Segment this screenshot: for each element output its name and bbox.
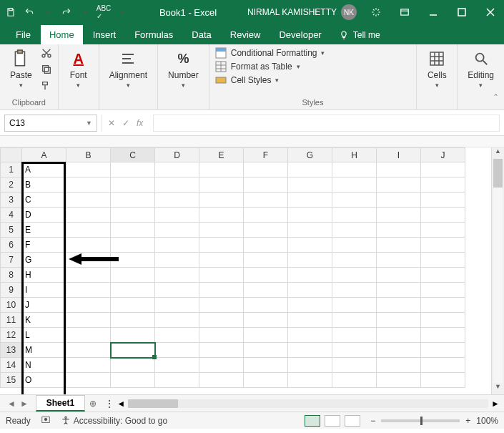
paste-button[interactable]: Paste ▾: [6, 47, 36, 90]
cell[interactable]: [111, 208, 155, 223]
cell[interactable]: [288, 283, 332, 298]
col-header-D[interactable]: D: [155, 148, 199, 162]
cell[interactable]: E: [22, 223, 66, 238]
cell[interactable]: [244, 177, 288, 193]
cell[interactable]: A: [22, 162, 66, 177]
cell[interactable]: O: [22, 373, 66, 388]
cell[interactable]: [66, 223, 111, 238]
redo-dropdown-icon[interactable]: ▾: [79, 6, 92, 19]
cell[interactable]: [111, 358, 155, 373]
cell[interactable]: [244, 328, 288, 343]
cell[interactable]: [377, 298, 421, 313]
cell[interactable]: [111, 343, 155, 358]
name-box-dropdown-icon[interactable]: ▼: [86, 120, 92, 127]
cell[interactable]: [155, 358, 199, 373]
cell[interactable]: [288, 328, 332, 343]
cell[interactable]: [199, 358, 244, 373]
cell[interactable]: [377, 313, 421, 328]
cell[interactable]: [66, 162, 111, 177]
cell[interactable]: [155, 328, 199, 343]
cell[interactable]: [288, 238, 332, 253]
cell[interactable]: [332, 343, 377, 358]
account-area[interactable]: NIRMAL KAMISHETTY NK: [247, 4, 357, 20]
cell[interactable]: [332, 328, 377, 343]
undo-dropdown-icon[interactable]: ▾: [41, 6, 54, 19]
cell[interactable]: [155, 253, 199, 268]
cell[interactable]: M: [22, 343, 66, 358]
row-header[interactable]: 4: [1, 208, 22, 223]
close-icon[interactable]: [481, 3, 500, 21]
view-page-break-icon[interactable]: [345, 415, 360, 427]
cell[interactable]: [111, 162, 155, 177]
cell[interactable]: [199, 313, 244, 328]
tab-data[interactable]: Data: [183, 25, 219, 44]
horizontal-scrollbar[interactable]: ⋮ ◄ ►: [101, 399, 504, 409]
cell[interactable]: [66, 283, 111, 298]
tab-developer[interactable]: Developer: [270, 25, 330, 44]
alignment-button[interactable]: Alignment ▾: [105, 47, 152, 90]
cell[interactable]: [66, 343, 111, 358]
row-header[interactable]: 3: [1, 193, 22, 208]
cell[interactable]: [377, 373, 421, 388]
hscroll-left-icon[interactable]: ◄: [117, 399, 125, 409]
cell[interactable]: [66, 193, 111, 208]
zoom-in-icon[interactable]: +: [465, 416, 470, 426]
cell[interactable]: [155, 208, 199, 223]
tab-home[interactable]: Home: [41, 25, 83, 44]
row-header[interactable]: 1: [1, 162, 22, 177]
cell[interactable]: D: [22, 208, 66, 223]
cell[interactable]: [244, 313, 288, 328]
col-header-B[interactable]: B: [66, 148, 111, 162]
cut-icon[interactable]: [41, 47, 52, 61]
cell[interactable]: [199, 177, 244, 193]
cell[interactable]: [244, 268, 288, 283]
number-button[interactable]: % Number ▾: [164, 47, 203, 90]
cell[interactable]: [377, 238, 421, 253]
cell[interactable]: [421, 298, 465, 313]
cell[interactable]: [421, 343, 465, 358]
cell[interactable]: [66, 373, 111, 388]
cell[interactable]: C: [22, 193, 66, 208]
cell[interactable]: [244, 193, 288, 208]
row-header[interactable]: 7: [1, 253, 22, 268]
tab-file[interactable]: File: [7, 25, 39, 44]
cell[interactable]: [111, 253, 155, 268]
view-normal-icon[interactable]: [305, 415, 320, 427]
row-header[interactable]: 6: [1, 238, 22, 253]
cell[interactable]: [111, 223, 155, 238]
cell[interactable]: [155, 238, 199, 253]
hscroll-thumb[interactable]: [128, 399, 178, 408]
cell[interactable]: [288, 208, 332, 223]
save-icon[interactable]: [4, 6, 17, 19]
collapse-ribbon-icon[interactable]: ˄: [493, 92, 498, 104]
cell[interactable]: [199, 238, 244, 253]
copy-icon[interactable]: [41, 64, 52, 77]
cell[interactable]: [111, 238, 155, 253]
cell[interactable]: [421, 208, 465, 223]
cell[interactable]: [421, 268, 465, 283]
maximize-icon[interactable]: [453, 3, 471, 21]
row-header[interactable]: 9: [1, 283, 22, 298]
cell[interactable]: N: [22, 358, 66, 373]
cell[interactable]: [244, 208, 288, 223]
vertical-scrollbar[interactable]: ▲ ▼: [491, 147, 504, 394]
cancel-formula-icon[interactable]: ✕: [108, 118, 115, 128]
paste-dropdown-icon[interactable]: ▾: [19, 82, 23, 89]
cell[interactable]: [199, 343, 244, 358]
cell[interactable]: [288, 253, 332, 268]
cell[interactable]: G: [22, 253, 66, 268]
row-header[interactable]: 15: [1, 373, 22, 388]
cell[interactable]: [421, 253, 465, 268]
worksheet-grid[interactable]: A B C D E F G H I J 1A2B3C4D5E6F7G8H9I10…: [0, 147, 504, 394]
cell[interactable]: [199, 283, 244, 298]
cells-button[interactable]: Cells ▾: [423, 47, 451, 90]
cell[interactable]: [288, 298, 332, 313]
cell[interactable]: [155, 223, 199, 238]
cell[interactable]: [199, 208, 244, 223]
cell[interactable]: [155, 283, 199, 298]
col-header-F[interactable]: F: [244, 148, 288, 162]
cell[interactable]: [66, 253, 111, 268]
cell[interactable]: [332, 313, 377, 328]
cell[interactable]: [377, 208, 421, 223]
tab-review[interactable]: Review: [222, 25, 270, 44]
